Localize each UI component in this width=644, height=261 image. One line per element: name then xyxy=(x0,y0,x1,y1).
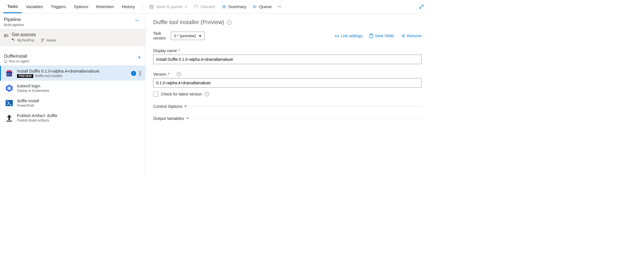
tab-triggers[interactable]: Triggers xyxy=(47,0,70,13)
branch-icon xyxy=(41,38,44,42)
tab-retention[interactable]: Retention xyxy=(92,0,118,13)
get-sources-row[interactable]: Get sources MyTestProj master xyxy=(0,29,145,46)
fullscreen-button[interactable] xyxy=(417,4,426,9)
check-latest-label: Check for latest version xyxy=(161,92,202,96)
task-version-select[interactable]: 0.* (preview) xyxy=(171,32,205,40)
output-variables-section[interactable]: Output Variables xyxy=(153,116,422,121)
task-sub: Deploy to Kubernetes xyxy=(17,89,49,93)
task-sub: PowerShell xyxy=(17,104,34,108)
task-sub: Duffle tool installer xyxy=(35,74,63,78)
right-pane: Duffle tool installer (Preview) i Taskve… xyxy=(145,13,429,174)
view-yaml-button[interactable]: View YAML xyxy=(369,34,395,38)
tab-tasks[interactable]: Tasks xyxy=(3,0,22,13)
pipeline-subtitle: Build pipeline xyxy=(4,23,24,27)
drag-handle[interactable] xyxy=(139,71,141,76)
remove-button[interactable]: Remove xyxy=(401,34,422,38)
info-icon[interactable]: i xyxy=(205,92,209,96)
preview-badge: PREVIEW xyxy=(17,74,33,78)
svg-rect-9 xyxy=(6,121,12,122)
queue-button[interactable]: Queue xyxy=(250,0,275,13)
task-name: Install Duffle 0.1.0-ralpha.4+dramallama… xyxy=(17,69,99,73)
undo-icon xyxy=(194,4,198,9)
save-queue-button[interactable]: Save & queue xyxy=(146,0,191,13)
discard-button[interactable]: Discard xyxy=(191,0,218,13)
task-name: Publish Artifact: duffle xyxy=(17,113,57,118)
svg-rect-10 xyxy=(370,34,373,38)
pipeline-header[interactable]: Pipeline Build pipeline ··· xyxy=(0,13,145,29)
pipeline-title: Pipeline xyxy=(4,17,24,22)
agent-icon xyxy=(4,60,7,63)
task-row[interactable]: duffle install PowerShell xyxy=(0,95,145,110)
display-name-input[interactable] xyxy=(153,55,422,64)
version-label: Version* i xyxy=(153,72,422,76)
task-row[interactable]: Publish Artifact: duffle Publish Build A… xyxy=(0,110,145,125)
left-pane: Pipeline Build pipeline ··· Get sources … xyxy=(0,13,145,174)
pipeline-more[interactable]: ··· xyxy=(133,17,141,24)
info-icon[interactable]: i xyxy=(177,72,181,76)
repo-icon xyxy=(12,39,16,42)
add-task-button[interactable]: + xyxy=(138,54,141,61)
svg-point-2 xyxy=(41,41,42,42)
task-version-label: Taskversion xyxy=(153,31,166,41)
svg-point-4 xyxy=(7,73,9,75)
task-row[interactable]: kubectl login Deploy to Kubernetes xyxy=(0,81,145,95)
more-actions[interactable]: ··· xyxy=(275,4,284,9)
summary-button[interactable]: Summary xyxy=(218,0,250,13)
play-icon xyxy=(253,5,257,9)
panel-title: Duffle tool installer (Preview) i xyxy=(153,19,422,25)
task-sub: Publish Build Artifacts xyxy=(17,118,49,122)
svg-rect-3 xyxy=(4,60,7,62)
link-icon xyxy=(335,34,339,38)
tab-history[interactable]: History xyxy=(118,0,139,13)
task-name: duffle install xyxy=(17,98,39,103)
version-input[interactable] xyxy=(153,78,422,88)
close-icon xyxy=(401,34,405,38)
clipboard-icon xyxy=(369,34,373,38)
tab-variables[interactable]: Variables xyxy=(22,0,47,13)
top-tabbar: Tasks Variables Triggers Options Retenti… xyxy=(0,0,429,13)
chevron-down-icon xyxy=(184,5,187,8)
status-check-icon xyxy=(131,71,136,76)
svg-point-0 xyxy=(41,39,42,40)
job-header[interactable]: DuffleInstall Run on agent + xyxy=(0,52,145,66)
svg-point-5 xyxy=(10,73,11,75)
chevron-down-icon xyxy=(184,104,187,108)
tab-options[interactable]: Options xyxy=(70,0,92,13)
task-name: kubectl login xyxy=(17,83,49,88)
control-options-section[interactable]: Control Options xyxy=(153,104,422,109)
svg-point-1 xyxy=(43,39,44,40)
check-latest-checkbox[interactable] xyxy=(153,92,158,97)
kubernetes-icon xyxy=(5,84,14,93)
get-sources-title: Get sources xyxy=(12,32,56,37)
info-icon[interactable]: i xyxy=(227,20,231,25)
link-settings-button[interactable]: Link settings xyxy=(335,34,363,38)
list-icon xyxy=(222,4,226,9)
display-name-label: Display name* xyxy=(153,48,422,53)
publish-icon xyxy=(5,113,14,122)
duffle-icon xyxy=(5,69,14,78)
sources-icon xyxy=(4,33,8,38)
separator xyxy=(142,3,143,10)
save-icon xyxy=(149,4,154,9)
chevron-down-icon xyxy=(186,116,189,120)
job-sub: Run on agent xyxy=(4,59,29,63)
task-row[interactable]: Install Duffle 0.1.0-ralpha.4+dramallama… xyxy=(0,66,145,81)
branch-name: master xyxy=(41,38,56,42)
powershell-icon xyxy=(5,99,14,108)
repo-name: MyTestProj xyxy=(12,38,34,42)
job-name: DuffleInstall xyxy=(4,54,29,59)
